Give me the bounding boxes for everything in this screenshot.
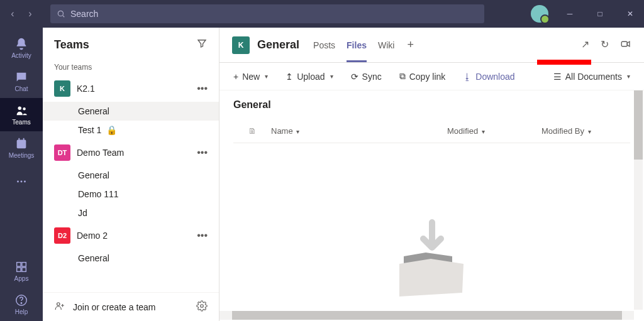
team-more-icon[interactable]: ••• xyxy=(197,230,208,241)
svg-rect-11 xyxy=(22,263,26,266)
apprail-teams[interactable]: Teams xyxy=(0,98,43,131)
teams-panel: Teams Your teams K K2.1 •••GeneralTest 1… xyxy=(43,28,219,321)
team-tile-icon: DT xyxy=(54,144,70,161)
window-close-button[interactable]: ✕ xyxy=(621,9,639,18)
filter-icon[interactable] xyxy=(196,38,208,52)
tab-posts[interactable]: Posts xyxy=(313,29,335,62)
svg-line-1 xyxy=(63,16,65,18)
channel-tile-icon: K xyxy=(232,36,250,54)
svg-rect-6 xyxy=(23,138,25,141)
apprail-chat[interactable]: Chat xyxy=(0,65,43,98)
team-more-icon[interactable]: ••• xyxy=(197,147,208,158)
channel-name: Jd xyxy=(78,208,87,218)
app-rail: Activity Chat Teams Meetings Apps Help xyxy=(0,28,43,321)
annotation-highlight xyxy=(537,60,591,65)
svg-rect-13 xyxy=(22,268,26,271)
team-item[interactable]: D2 Demo 2 ••• xyxy=(43,222,219,249)
team-tile-icon: K xyxy=(54,80,70,97)
apprail-activity[interactable]: Activity xyxy=(0,31,43,65)
team-more-icon[interactable]: ••• xyxy=(197,83,208,94)
panel-title: Teams xyxy=(54,38,89,52)
download-button[interactable]: ⭳Download xyxy=(463,72,514,82)
svg-point-8 xyxy=(21,180,23,182)
view-selector[interactable]: ☰All Documents▾ xyxy=(553,72,630,82)
svg-point-3 xyxy=(23,107,25,110)
channel-item[interactable]: General xyxy=(43,166,219,185)
svg-rect-10 xyxy=(17,263,21,266)
team-item[interactable]: DT Demo Team ••• xyxy=(43,139,219,166)
lock-icon: 🔒 xyxy=(106,125,117,135)
column-modified-by[interactable]: Modified By ▾ xyxy=(541,126,630,136)
folder-title: General xyxy=(233,90,630,119)
column-name[interactable]: Name ▾ xyxy=(271,126,447,136)
column-modified[interactable]: Modified ▾ xyxy=(447,126,541,136)
svg-rect-12 xyxy=(17,268,21,271)
apprail-meetings[interactable]: Meetings xyxy=(0,131,43,165)
channel-item[interactable]: Test 1 🔒 xyxy=(43,121,219,139)
svg-point-16 xyxy=(57,303,60,306)
join-create-team-button[interactable]: Join or create a team xyxy=(73,302,189,312)
copy-link-button[interactable]: ⧉Copy link xyxy=(399,71,446,82)
channel-name: General xyxy=(78,170,109,180)
meet-now-icon[interactable] xyxy=(620,38,631,52)
svg-point-15 xyxy=(21,303,21,303)
empty-folder-illustration xyxy=(382,216,482,300)
svg-point-0 xyxy=(58,11,63,16)
add-tab-button[interactable]: + xyxy=(407,38,414,52)
team-tile-icon: D2 xyxy=(54,227,70,244)
team-item[interactable]: K K2.1 ••• xyxy=(43,75,219,102)
channel-name: General xyxy=(78,106,109,116)
window-minimize-button[interactable]: ─ xyxy=(561,9,579,18)
channel-name: Test 1 xyxy=(78,125,101,135)
team-name: Demo Team xyxy=(77,148,191,158)
popout-icon[interactable]: ↗ xyxy=(581,38,589,52)
channel-title: General xyxy=(257,38,299,52)
search-placeholder: Search xyxy=(70,9,98,19)
channel-name: Demo 111 xyxy=(78,189,119,199)
svg-point-17 xyxy=(201,305,204,308)
scrollbar-horizontal[interactable] xyxy=(219,311,634,320)
apprail-help[interactable]: Help xyxy=(0,288,43,321)
channel-item[interactable]: General xyxy=(43,102,219,121)
tab-files[interactable]: Files xyxy=(347,29,367,62)
svg-point-9 xyxy=(24,180,26,182)
refresh-icon[interactable]: ↻ xyxy=(601,38,609,52)
channel-item[interactable]: Demo 111 xyxy=(43,185,219,204)
channel-item[interactable]: Jd xyxy=(43,204,219,222)
svg-rect-5 xyxy=(18,138,19,141)
window-maximize-button[interactable]: □ xyxy=(591,9,609,18)
channel-name: General xyxy=(78,253,109,263)
svg-rect-18 xyxy=(621,41,627,46)
svg-marker-20 xyxy=(399,259,464,297)
upload-button[interactable]: ↥Upload▾ xyxy=(286,72,333,82)
scrollbar-vertical[interactable] xyxy=(634,90,643,310)
tab-wiki[interactable]: Wiki xyxy=(378,29,394,62)
people-add-icon xyxy=(54,300,65,313)
team-name: K2.1 xyxy=(77,84,191,94)
nav-back-button[interactable]: ‹ xyxy=(5,8,20,19)
nav-forward-button[interactable]: › xyxy=(23,8,38,19)
svg-rect-4 xyxy=(17,140,26,149)
apprail-more[interactable] xyxy=(0,165,43,198)
sync-button[interactable]: ⟳Sync xyxy=(351,72,382,82)
new-button[interactable]: +New▾ xyxy=(233,72,268,82)
section-label: Your teams xyxy=(43,59,219,75)
manage-teams-gear-icon[interactable] xyxy=(196,300,208,313)
svg-point-2 xyxy=(18,107,22,111)
svg-point-7 xyxy=(17,180,19,182)
team-name: Demo 2 xyxy=(77,231,191,241)
main-area: K General PostsFilesWiki + ↗ ↻ +New▾ ↥Up… xyxy=(219,28,644,321)
channel-item[interactable]: General xyxy=(43,249,219,268)
apprail-apps[interactable]: Apps xyxy=(0,254,43,288)
user-avatar[interactable] xyxy=(531,5,548,23)
file-type-icon: 🗎 xyxy=(233,126,271,136)
search-input[interactable]: Search xyxy=(50,4,484,23)
